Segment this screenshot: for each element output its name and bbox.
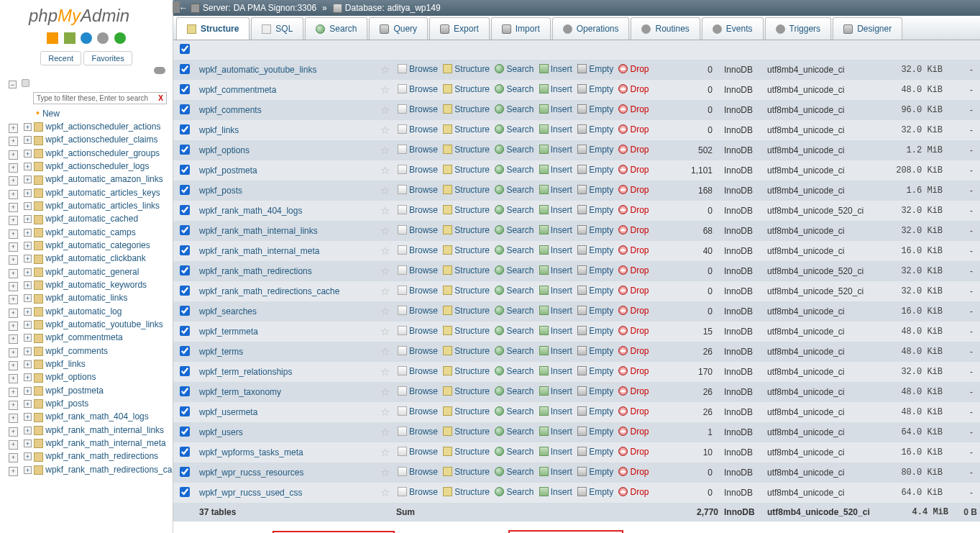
browse-link[interactable]: Browse [398, 386, 438, 396]
search-link[interactable]: Search [495, 104, 533, 114]
insert-link[interactable]: Insert [539, 84, 572, 94]
empty-link[interactable]: Empty [577, 145, 613, 155]
browse-link[interactable]: Browse [398, 165, 438, 175]
insert-link[interactable]: Insert [539, 346, 572, 356]
empty-link[interactable]: Empty [577, 185, 613, 195]
tab-query[interactable]: Query [369, 17, 428, 40]
insert-link[interactable]: Insert [539, 225, 572, 235]
insert-link[interactable]: Insert [539, 205, 572, 215]
sidebar-table-item[interactable]: + wpkf_automatic_youtube_links [6, 318, 173, 331]
row-checkbox[interactable] [180, 406, 190, 416]
browse-link[interactable]: Browse [398, 124, 438, 135]
insert-link[interactable]: Insert [539, 427, 572, 437]
empty-link[interactable]: Empty [577, 64, 613, 74]
structure-link[interactable]: Structure [443, 84, 490, 94]
structure-link[interactable]: Structure [443, 185, 490, 195]
logout-icon[interactable] [64, 32, 75, 44]
insert-link[interactable]: Insert [539, 306, 572, 316]
row-checkbox[interactable] [180, 346, 190, 356]
insert-link[interactable]: Insert [539, 265, 572, 275]
structure-link[interactable]: Structure [443, 306, 490, 316]
structure-link[interactable]: Structure [443, 245, 490, 255]
table-name-link[interactable]: wpkf_rank_math_internal_meta [199, 246, 319, 256]
browse-link[interactable]: Browse [398, 306, 438, 316]
favorite-star[interactable]: ☆ [376, 60, 393, 80]
row-checkbox[interactable] [180, 64, 190, 74]
empty-link[interactable]: Empty [577, 346, 613, 356]
empty-link[interactable]: Empty [577, 165, 613, 175]
row-checkbox[interactable] [180, 306, 190, 316]
sidebar-table-item[interactable]: + wpkf_automatic_general [6, 265, 173, 278]
favorite-star[interactable]: ☆ [376, 80, 393, 100]
structure-link[interactable]: Structure [443, 205, 490, 215]
insert-link[interactable]: Insert [539, 386, 572, 396]
insert-link[interactable]: Insert [539, 286, 572, 296]
empty-link[interactable]: Empty [577, 406, 613, 416]
browse-link[interactable]: Browse [398, 286, 438, 296]
row-checkbox[interactable] [180, 205, 190, 215]
drop-link[interactable]: Drop [618, 346, 649, 356]
logo[interactable]: phpMyAdmin [0, 0, 173, 30]
structure-link[interactable]: Structure [443, 386, 490, 396]
drop-link[interactable]: Drop [618, 104, 649, 114]
structure-link[interactable]: Structure [443, 104, 490, 114]
structure-link[interactable]: Structure [443, 165, 490, 175]
empty-link[interactable]: Empty [577, 84, 613, 94]
structure-link[interactable]: Structure [443, 406, 490, 416]
drop-link[interactable]: Drop [618, 487, 649, 497]
row-checkbox[interactable] [180, 286, 190, 296]
row-checkbox[interactable] [180, 104, 190, 114]
sidebar-table-item[interactable]: + wpkf_comments [6, 345, 173, 357]
drop-link[interactable]: Drop [618, 205, 649, 215]
drop-link[interactable]: Drop [618, 64, 649, 74]
sidebar-table-item[interactable]: + wpkf_posts [6, 397, 173, 410]
browse-link[interactable]: Browse [398, 64, 438, 74]
search-link[interactable]: Search [495, 366, 533, 376]
row-checkbox[interactable] [180, 124, 190, 135]
structure-link[interactable]: Structure [443, 447, 490, 457]
browse-link[interactable]: Browse [398, 84, 438, 94]
browse-link[interactable]: Browse [398, 205, 438, 215]
tab-designer[interactable]: Designer [833, 17, 902, 40]
insert-link[interactable]: Insert [539, 185, 572, 195]
sidebar-table-item[interactable]: + wpkf_automatic_camps [6, 226, 173, 239]
search-link[interactable]: Search [495, 386, 533, 396]
browse-link[interactable]: Browse [398, 326, 438, 336]
browse-link[interactable]: Browse [398, 185, 438, 195]
drop-link[interactable]: Drop [618, 366, 649, 376]
favorite-star[interactable]: ☆ [376, 322, 393, 342]
favorite-star[interactable]: ☆ [376, 160, 393, 181]
row-checkbox[interactable] [180, 165, 190, 175]
table-name-link[interactable]: wpkf_users [199, 427, 243, 437]
empty-link[interactable]: Empty [577, 467, 613, 477]
empty-link[interactable]: Empty [577, 286, 613, 296]
tab-triggers[interactable]: Triggers [765, 17, 832, 40]
drop-link[interactable]: Drop [618, 84, 649, 94]
favorite-star[interactable]: ☆ [376, 241, 393, 261]
drop-link[interactable]: Drop [618, 165, 649, 175]
favorite-star[interactable]: ☆ [376, 281, 393, 301]
structure-link[interactable]: Structure [443, 366, 490, 376]
browse-link[interactable]: Browse [398, 346, 438, 356]
search-link[interactable]: Search [495, 427, 533, 437]
search-link[interactable]: Search [495, 245, 533, 255]
tab-structure[interactable]: Structure [176, 17, 249, 40]
sidebar-table-item[interactable]: + wpkf_automatic_articles_links [6, 199, 173, 212]
insert-link[interactable]: Insert [539, 406, 572, 416]
browse-link[interactable]: Browse [398, 427, 438, 437]
sidebar-table-item[interactable]: + wpkf_automatic_categories [6, 239, 173, 252]
drop-link[interactable]: Drop [618, 326, 649, 336]
structure-link[interactable]: Structure [443, 265, 490, 275]
empty-link[interactable]: Empty [577, 386, 613, 396]
empty-link[interactable]: Empty [577, 245, 613, 255]
tab-operations[interactable]: Operations [552, 17, 630, 40]
search-link[interactable]: Search [495, 447, 533, 457]
table-name-link[interactable]: wpkf_term_relationships [199, 367, 292, 377]
search-link[interactable]: Search [495, 467, 533, 477]
search-link[interactable]: Search [495, 487, 533, 497]
search-link[interactable]: Search [495, 84, 533, 94]
tab-events[interactable]: Events [702, 17, 764, 40]
sidebar-table-item[interactable]: + wpkf_automatic_log [6, 305, 173, 318]
table-name-link[interactable]: wpkf_rank_math_404_logs [199, 206, 302, 216]
breadcrumb-db-link[interactable]: aditya_wp149 [388, 3, 441, 13]
